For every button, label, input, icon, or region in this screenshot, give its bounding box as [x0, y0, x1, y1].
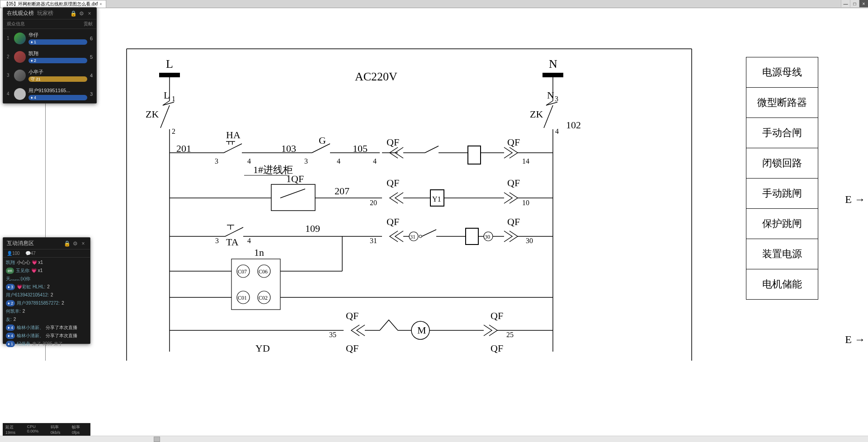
- viewer-row[interactable]: 3 小卒子 守 21 4: [3, 66, 96, 85]
- row3-c31: 31: [410, 234, 415, 240]
- lock-icon[interactable]: 🔒: [70, 10, 76, 17]
- chat-line: ♦ 1纪保舟来了 3095 来了: [6, 341, 87, 347]
- gear-icon[interactable]: ⚙: [78, 10, 85, 17]
- chat-line: ♦ 2用户3978915857272:2: [6, 300, 87, 306]
- legend-item: 闭锁回路: [746, 148, 818, 179]
- chat-stat-messages: 💬47: [25, 251, 36, 256]
- chat-title: 互动消息区: [7, 240, 62, 247]
- row3-n30: 30: [526, 237, 533, 245]
- viewer-leaderboard-panel[interactable]: 在线观众榜 玩家榜 🔒 ⚙ × 观众信息 贡献 1 华仔 ♦ 1 6 2 凯翔 …: [3, 7, 97, 103]
- viewer-score: 5: [90, 54, 93, 60]
- row2-n20: 20: [370, 199, 377, 207]
- chat-panel[interactable]: 互动消息区 🔒 ⚙ × 👤100 💬47 凯翔小心心 💗 x1 en玉见你💗 x…: [3, 237, 90, 344]
- row5-m: M: [417, 324, 426, 336]
- svg-line-48: [422, 230, 436, 236]
- bus-bar-left: [159, 73, 180, 77]
- zk-right-label: ZK: [530, 108, 543, 120]
- avatar: [14, 70, 26, 81]
- svg-line-7: [160, 105, 170, 128]
- legend-table: 电源母线 微型断路器 手动合闸 闭锁回路 手动跳闸 保护跳闸 装置电源 电机储能: [746, 57, 818, 300]
- row3-n4: 4: [247, 237, 251, 245]
- viewer-name: 凯翔: [28, 50, 87, 57]
- gear-icon[interactable]: ⚙: [72, 240, 78, 247]
- viewer-row[interactable]: 4 用户9193951165... ♦ 4 3: [3, 85, 96, 103]
- row4-c06: C06: [259, 268, 268, 275]
- row1-n3b: 3: [304, 157, 308, 165]
- row3-c30: 30: [485, 234, 490, 240]
- tab-close-icon[interactable]: ×: [99, 2, 102, 6]
- row2-qf-l: QF: [387, 177, 399, 188]
- row1-n4c: 4: [373, 157, 377, 165]
- row3-n3: 3: [215, 237, 219, 245]
- svg-line-32: [280, 189, 305, 198]
- circuit-diagram: AC220V L L 1 ZK 2 N N 3 ZK 102 4 201 HA: [45, 17, 769, 424]
- chat-stats: 👤100 💬47: [3, 249, 90, 258]
- legend-item: 手动跳闸: [746, 179, 818, 209]
- diagram-title: AC220V: [355, 70, 397, 83]
- zk-right-num: 102: [566, 119, 581, 131]
- legend-item: 保护跳闸: [746, 209, 818, 239]
- close-icon[interactable]: ×: [80, 240, 86, 247]
- chat-line: 何凯丰:2: [6, 308, 87, 315]
- viewer-name: 华仔: [28, 32, 87, 38]
- svg-rect-26: [468, 146, 481, 164]
- viewer-row[interactable]: 2 凯翔 ♦ 2 5: [3, 47, 96, 66]
- svg-point-47: [419, 235, 422, 238]
- status-fps: 帧率 0fps: [72, 424, 88, 435]
- viewer-sub-right: 贡献: [84, 21, 93, 27]
- row6-yd: YD: [255, 343, 270, 354]
- status-delay: 延迟 19ms: [5, 424, 24, 435]
- avatar: [14, 51, 26, 63]
- row3-qf-l: QF: [387, 216, 399, 227]
- scrollbar-thumb[interactable]: [154, 437, 160, 442]
- close-icon[interactable]: ×: [86, 10, 93, 17]
- terminal-n: N: [547, 89, 554, 101]
- minimize-button[interactable]: —: [841, 0, 850, 7]
- close-button[interactable]: ×: [859, 0, 868, 7]
- chat-line: en玉见你💗 x1: [6, 268, 87, 274]
- chat-line: 友:2: [6, 316, 87, 323]
- row5-n25: 25: [506, 331, 514, 339]
- title-bar: 【05】环网柜断路器式出线柜原理图怎么看.dxf × — □ ×: [0, 0, 868, 8]
- drawing-canvas[interactable]: AC220V L L 1 ZK 2 N N 3 ZK 102 4 201 HA: [0, 8, 868, 436]
- maximize-button[interactable]: □: [850, 0, 859, 7]
- tab-title: 【05】环网柜断路器式出线柜原理图怎么看.dxf: [4, 1, 98, 7]
- viewer-rank: 4: [7, 91, 11, 96]
- status-cpu: CPU 0.00%: [27, 424, 47, 435]
- row1-105: 105: [353, 143, 368, 154]
- row3-n31: 31: [370, 237, 377, 245]
- svg-rect-31: [271, 184, 315, 211]
- row1-103: 103: [281, 143, 296, 154]
- viewer-tab-online[interactable]: 在线观众榜: [7, 10, 34, 16]
- viewer-row[interactable]: 1 华仔 ♦ 1 6: [3, 29, 96, 47]
- viewer-name: 小卒子: [28, 69, 87, 75]
- viewer-badge: ♦ 1: [28, 39, 87, 45]
- file-tab[interactable]: 【05】环网柜断路器式出线柜原理图怎么看.dxf ×: [0, 0, 106, 8]
- chat-line: ♦ 3💗彩虹 HLHL:2: [6, 284, 87, 290]
- lock-icon[interactable]: 🔒: [64, 240, 70, 247]
- bus-label-n: N: [549, 57, 557, 71]
- row2-qf-r: QF: [507, 177, 520, 188]
- terminal-n-sub: 3: [555, 95, 558, 103]
- legend-item: 装置电源: [746, 239, 818, 269]
- chat-body[interactable]: 凯翔小心心 💗 x1 en玉见你💗 x1 天灬灬:(x)你 ♦ 3💗彩虹 HLH…: [3, 258, 90, 343]
- zk-left-label: ZK: [146, 108, 159, 120]
- viewer-tab-players[interactable]: 玩家榜: [37, 10, 53, 16]
- legend-item: 微型断路器: [746, 88, 818, 118]
- viewer-rank: 2: [7, 54, 11, 59]
- stream-status-bar: 延迟 19ms CPU 0.00% 码率 0kb/s 帧率 0fps: [3, 423, 90, 436]
- row4-c02: C02: [259, 295, 268, 301]
- row3-ta: TA: [226, 236, 239, 248]
- row4-1n: 1n: [254, 247, 264, 258]
- chat-panel-header: 互动消息区 🔒 ⚙ ×: [3, 238, 90, 249]
- svg-line-11: [546, 102, 557, 105]
- svg-line-6: [163, 102, 174, 105]
- row1-201: 201: [176, 143, 191, 154]
- legend-item: 电源母线: [746, 57, 818, 88]
- viewer-badge: ♦ 4: [28, 95, 87, 100]
- row1-qf-l: QF: [387, 136, 399, 148]
- window-controls: — □ ×: [841, 0, 868, 7]
- horizontal-scrollbar[interactable]: [0, 436, 868, 442]
- chat-line: ♦ 4榆林小清新、分享了本次直播: [6, 324, 87, 331]
- row6-qf-r: QF: [491, 343, 503, 354]
